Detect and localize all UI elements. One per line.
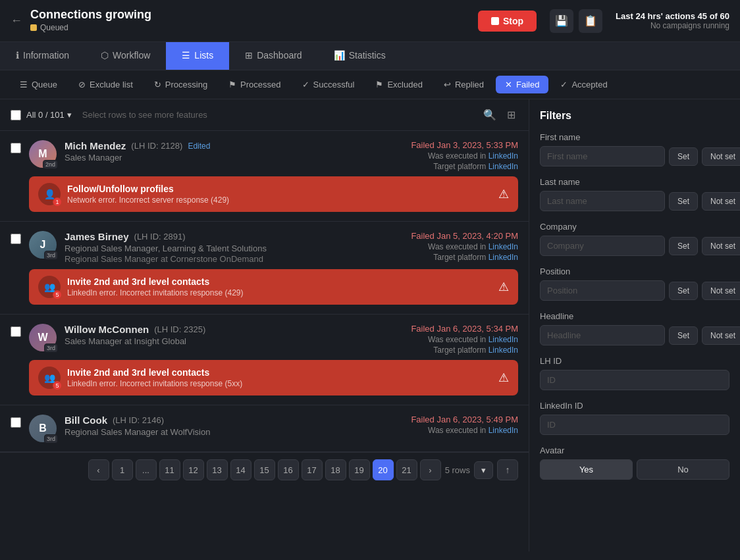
save-icon-button[interactable]: 💾 <box>550 9 573 33</box>
first-name-input[interactable] <box>540 146 665 166</box>
first-name-set-button[interactable]: Set <box>669 147 698 166</box>
filter-group-headline: Headline Set Not set <box>540 311 729 345</box>
last-name-set-button[interactable]: Set <box>669 192 698 211</box>
scroll-top-button[interactable]: ↑ <box>497 459 518 480</box>
contact-checkbox[interactable] <box>11 143 21 153</box>
avatar-yes-button[interactable]: Yes <box>540 459 633 480</box>
nav-tabs: ℹ Information ⬡ Workflow ☰ Lists ⊞ Dashb… <box>0 42 740 70</box>
linkedin-id-input[interactable] <box>540 415 729 435</box>
failed-date: Failed Jan 3, 2023, 5:33 PM <box>411 140 518 150</box>
sub-tab-accepted[interactable]: ✓ Accepted <box>551 76 616 93</box>
page-16-button[interactable]: 16 <box>278 459 299 480</box>
contact-meta: Failed Jan 6, 2023, 5:34 PM Was executed… <box>411 324 518 355</box>
page-ellipsis-button[interactable]: ... <box>136 459 157 480</box>
last-name-not-set-button[interactable]: Not set <box>702 192 740 211</box>
contact-title: Regional Sales Manager at WolfVision <box>65 427 403 437</box>
contact-checkbox[interactable] <box>11 234 21 244</box>
last-name-input[interactable] <box>540 191 665 211</box>
page-14-button[interactable]: 14 <box>230 459 251 480</box>
sub-tab-processing[interactable]: ↻ Processing <box>145 76 217 93</box>
executed-in: Was executed in LinkedIn <box>411 151 518 161</box>
lists-icon: ☰ <box>182 50 190 61</box>
tab-information[interactable]: ℹ Information <box>0 42 85 70</box>
list-item: W 3rd Willow McConnen (LH ID: 2325) Sale… <box>0 315 529 405</box>
contact-checkbox[interactable] <box>11 326 21 337</box>
company-not-set-button[interactable]: Not set <box>702 237 740 255</box>
tab-workflow[interactable]: ⬡ Workflow <box>85 42 166 70</box>
page-21-button[interactable]: 21 <box>396 459 417 480</box>
filters-panel: Filters First name Set Not set Last name… <box>529 99 740 551</box>
filter-group-avatar: Avatar Yes No <box>540 445 729 480</box>
company-set-button[interactable]: Set <box>669 237 698 255</box>
avatar: W 3rd <box>29 324 57 351</box>
avatar-no-button[interactable]: No <box>637 459 729 480</box>
stop-button[interactable]: Stop <box>478 11 537 32</box>
grid-icon-button[interactable]: ⊞ <box>504 106 518 124</box>
select-all-checkbox[interactable] <box>11 110 21 120</box>
position-input[interactable] <box>540 280 665 301</box>
lh-id-input[interactable] <box>540 370 729 390</box>
contact-meta: Failed Jan 6, 2023, 5:49 PM Was executed… <box>411 415 518 435</box>
page-17-button[interactable]: 17 <box>302 459 323 480</box>
sub-tab-queue[interactable]: ☰ Queue <box>11 76 66 93</box>
sub-tab-exclude-list[interactable]: ⊘ Exclude list <box>69 76 142 93</box>
next-page-button[interactable]: › <box>420 459 441 480</box>
filter-icon-button[interactable]: 🔍 <box>481 106 499 124</box>
action-pill: 👥 5 Invite 2nd and 3rd level contacts Li… <box>29 360 518 395</box>
page-19-button[interactable]: 19 <box>349 459 370 480</box>
contact-info: Willow McConnen (LH ID: 2325) Sales Mana… <box>65 324 403 346</box>
page-1-button[interactable]: 1 <box>112 459 133 480</box>
action-pill: 👥 5 Invite 2nd and 3rd level contacts Li… <box>29 269 518 305</box>
page-11-button[interactable]: 11 <box>159 459 180 480</box>
page-20-button[interactable]: 20 <box>373 459 394 480</box>
sub-tab-processed[interactable]: ⚑ Processed <box>219 76 290 93</box>
page-13-button[interactable]: 13 <box>207 459 228 480</box>
headline-set-button[interactable]: Set <box>669 326 698 345</box>
tab-lists[interactable]: ☰ Lists <box>166 42 229 70</box>
action-pill-icon: 👥 5 <box>38 276 61 298</box>
linkedin-id-label: LinkedIn ID <box>540 401 729 411</box>
warning-icon: ⚠ <box>498 370 509 385</box>
sub-tab-replied[interactable]: ↩ Replied <box>435 76 493 93</box>
first-name-label: First name <box>540 132 729 142</box>
copy-icon-button[interactable]: 📋 <box>579 9 602 33</box>
executed-in: Was executed in LinkedIn <box>411 335 518 344</box>
action-pill-text: Invite 2nd and 3rd level contacts Linked… <box>67 367 492 388</box>
position-not-set-button[interactable]: Not set <box>702 282 740 300</box>
tab-statistics[interactable]: 📊 Statistics <box>318 42 402 70</box>
back-button[interactable]: ← <box>11 14 22 28</box>
sub-tab-excluded[interactable]: ⚑ Excluded <box>366 76 431 93</box>
company-input[interactable] <box>540 236 665 256</box>
action-num-badge: 5 <box>53 381 62 390</box>
position-set-button[interactable]: Set <box>669 282 698 300</box>
avatar-label: Avatar <box>540 445 729 455</box>
first-name-not-set-button[interactable]: Not set <box>702 147 740 166</box>
rows-dropdown: 5 rows ▾ ↑ <box>445 459 518 480</box>
top-right-icons: 💾 📋 <box>550 9 602 33</box>
filter-group-company: Company Set Not set <box>540 222 729 256</box>
filter-group-last-name: Last name Set Not set <box>540 177 729 211</box>
sub-tab-failed[interactable]: ✕ Failed <box>496 76 548 93</box>
headline-not-set-button[interactable]: Not set <box>702 326 740 345</box>
contact-lhid: (LH ID: 2325) <box>154 324 205 334</box>
warning-icon: ⚠ <box>498 187 509 201</box>
avatar: B 3rd <box>29 415 57 442</box>
action-pill: 👤 1 Follow/Unfollow profiles Network err… <box>29 176 518 212</box>
target-platform: Target platform LinkedIn <box>411 345 518 355</box>
contact-checkbox[interactable] <box>11 417 21 428</box>
page-18-button[interactable]: 18 <box>325 459 346 480</box>
headline-input[interactable] <box>540 325 665 345</box>
last-name-label: Last name <box>540 177 729 187</box>
pagination-bar: ‹ 1 ... 11 12 13 14 15 16 17 18 19 20 21… <box>0 452 529 487</box>
page-15-button[interactable]: 15 <box>254 459 275 480</box>
contact-title2: Regional Sales Manager at Cornerstone On… <box>65 254 403 264</box>
contact-meta: Failed Jan 5, 2023, 4:20 PM Was executed… <box>411 231 518 262</box>
tab-dashboard[interactable]: ⊞ Dashboard <box>229 42 318 70</box>
row-count[interactable]: All 0 / 101 ▾ <box>26 110 72 120</box>
processed-icon: ⚑ <box>228 80 236 89</box>
rows-select-button[interactable]: ▾ <box>474 461 493 479</box>
sub-tab-successful[interactable]: ✓ Successful <box>293 76 364 93</box>
prev-page-button[interactable]: ‹ <box>88 459 109 480</box>
degree-badge: 2nd <box>43 160 58 169</box>
page-12-button[interactable]: 12 <box>183 459 204 480</box>
